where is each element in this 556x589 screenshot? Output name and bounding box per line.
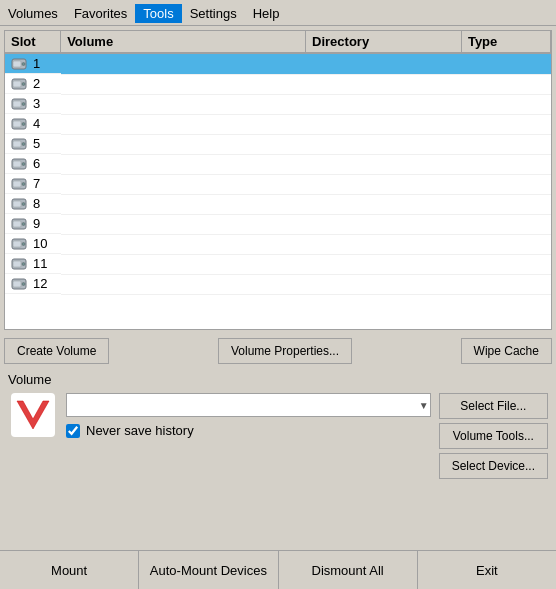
create-volume-button[interactable]: Create Volume xyxy=(4,338,109,364)
type-cell xyxy=(461,274,550,294)
table-row[interactable]: 2 xyxy=(5,74,551,94)
volume-properties-button[interactable]: Volume Properties... xyxy=(218,338,352,364)
dismount-all-button[interactable]: Dismount All xyxy=(279,551,418,589)
volume-path-input[interactable] xyxy=(66,393,431,417)
directory-cell xyxy=(306,114,462,134)
select-device-button[interactable]: Select Device... xyxy=(439,453,548,479)
menu-favorites[interactable]: Favorites xyxy=(66,4,135,23)
col-directory: Directory xyxy=(306,31,462,53)
col-volume: Volume xyxy=(61,31,306,53)
slot-cell: 7 xyxy=(5,174,61,194)
volume-cell xyxy=(61,234,306,254)
svg-rect-22 xyxy=(13,201,21,207)
directory-cell xyxy=(306,214,462,234)
menu-volumes[interactable]: Volumes xyxy=(0,4,66,23)
toolbar: Create Volume Volume Properties... Wipe … xyxy=(0,334,556,368)
hdd-icon xyxy=(11,57,27,71)
slot-cell: 3 xyxy=(5,94,61,114)
directory-cell xyxy=(306,154,462,174)
table-row[interactable]: 10 xyxy=(5,234,551,254)
select-file-button[interactable]: Select File... xyxy=(439,393,548,419)
svg-rect-36 xyxy=(11,393,55,437)
slot-cell: 2 xyxy=(5,74,61,94)
table-row[interactable]: 3 xyxy=(5,94,551,114)
auto-mount-button[interactable]: Auto-Mount Devices xyxy=(139,551,278,589)
svg-point-11 xyxy=(22,122,25,125)
svg-point-20 xyxy=(22,182,25,185)
table-row[interactable]: 7 xyxy=(5,174,551,194)
table-row[interactable]: 9 xyxy=(5,214,551,234)
svg-point-26 xyxy=(22,222,25,225)
volume-tools-button[interactable]: Volume Tools... xyxy=(439,423,548,449)
volume-inner: ▼ Never save history Select File... Volu… xyxy=(8,393,548,479)
hdd-icon xyxy=(11,277,27,291)
directory-cell xyxy=(306,74,462,94)
volume-cell xyxy=(61,274,306,294)
svg-point-23 xyxy=(22,202,25,205)
type-cell xyxy=(461,214,550,234)
svg-rect-10 xyxy=(13,121,21,127)
svg-rect-34 xyxy=(13,281,21,287)
svg-point-17 xyxy=(22,162,25,165)
table-row[interactable]: 11 xyxy=(5,254,551,274)
volume-table: Slot Volume Directory Type 1 2 3 4 xyxy=(5,31,551,295)
volume-cell xyxy=(61,174,306,194)
type-cell xyxy=(461,94,550,114)
type-cell xyxy=(461,53,550,74)
menu-help[interactable]: Help xyxy=(245,4,288,23)
hdd-icon xyxy=(11,157,27,171)
directory-cell xyxy=(306,254,462,274)
table-row[interactable]: 4 xyxy=(5,114,551,134)
table-row[interactable]: 5 xyxy=(5,134,551,154)
directory-cell xyxy=(306,174,462,194)
svg-point-2 xyxy=(22,62,25,65)
toolbar-left: Create Volume xyxy=(4,338,109,364)
type-cell xyxy=(461,134,550,154)
table-row[interactable]: 8 xyxy=(5,194,551,214)
table-row[interactable]: 1 xyxy=(5,53,551,74)
volume-cell xyxy=(61,254,306,274)
volume-input-row: ▼ xyxy=(66,393,431,417)
volume-cell xyxy=(61,74,306,94)
type-cell xyxy=(461,234,550,254)
svg-rect-13 xyxy=(13,141,21,147)
table-row[interactable]: 12 xyxy=(5,274,551,294)
svg-point-8 xyxy=(22,102,25,105)
mount-button[interactable]: Mount xyxy=(0,551,139,589)
hdd-icon xyxy=(11,237,27,251)
table-row[interactable]: 6 xyxy=(5,154,551,174)
never-save-history-checkbox[interactable] xyxy=(66,424,80,438)
svg-point-32 xyxy=(22,262,25,265)
right-buttons: Select File... Volume Tools... Select De… xyxy=(439,393,548,479)
hdd-icon xyxy=(11,97,27,111)
directory-cell xyxy=(306,53,462,74)
hdd-icon xyxy=(11,77,27,91)
menu-tools[interactable]: Tools xyxy=(135,4,181,23)
wipe-cache-button[interactable]: Wipe Cache xyxy=(461,338,552,364)
col-slot: Slot xyxy=(5,31,61,53)
volume-cell xyxy=(61,194,306,214)
slot-cell: 12 xyxy=(5,274,61,294)
svg-rect-25 xyxy=(13,221,21,227)
exit-button[interactable]: Exit xyxy=(418,551,556,589)
vera-logo-area xyxy=(8,393,58,437)
slot-cell: 11 xyxy=(5,254,61,274)
volume-cell xyxy=(61,114,306,134)
volume-cell xyxy=(61,154,306,174)
slot-cell: 8 xyxy=(5,194,61,214)
hdd-icon xyxy=(11,117,27,131)
hdd-icon xyxy=(11,257,27,271)
menubar: Volumes Favorites Tools Settings Help xyxy=(0,0,556,26)
volume-cell xyxy=(61,214,306,234)
type-cell xyxy=(461,174,550,194)
hdd-icon xyxy=(11,197,27,211)
svg-point-5 xyxy=(22,82,25,85)
directory-cell xyxy=(306,194,462,214)
directory-cell xyxy=(306,134,462,154)
menu-settings[interactable]: Settings xyxy=(182,4,245,23)
svg-rect-31 xyxy=(13,261,21,267)
slot-cell: 9 xyxy=(5,214,61,234)
svg-rect-4 xyxy=(13,81,21,87)
volume-cell xyxy=(61,53,306,74)
directory-cell xyxy=(306,274,462,294)
